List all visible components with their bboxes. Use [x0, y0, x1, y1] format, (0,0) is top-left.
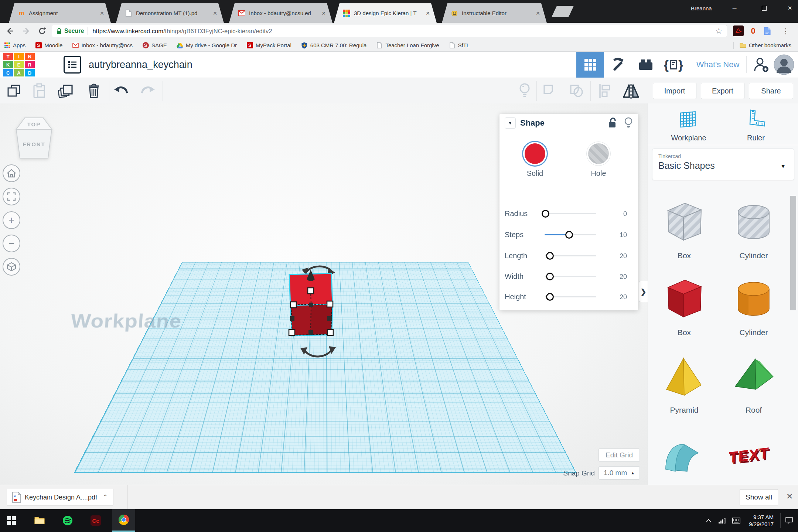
taskbar-clock[interactable]: 9:37 AM 9/29/2017 — [749, 514, 774, 528]
view-cube[interactable]: TOP FRONT — [15, 117, 53, 160]
action-center-icon[interactable] — [785, 517, 793, 524]
bookmark-moodle[interactable]: S Moodle — [35, 42, 62, 49]
workplane-tool[interactable]: Workplane — [663, 109, 715, 142]
view-home-button[interactable] — [3, 164, 20, 182]
show-all-lightbulb-button[interactable] — [514, 78, 535, 104]
paste-button[interactable] — [29, 78, 50, 104]
slider-knob[interactable] — [546, 293, 554, 301]
selected-red-box[interactable] — [273, 255, 366, 366]
shape-roof[interactable]: Roof — [720, 354, 787, 415]
slider-track[interactable] — [545, 296, 596, 297]
shape-box-red[interactable]: Box — [651, 276, 717, 337]
acrobat-extension-icon[interactable] — [733, 25, 744, 36]
rotate-handle-bottom[interactable] — [304, 349, 332, 357]
download-caret-icon[interactable]: ⌃ — [102, 493, 108, 501]
undo-button[interactable] — [111, 78, 132, 104]
bookmark-inbox[interactable]: Inbox - bdautry@ncs — [72, 42, 133, 49]
tab-instructable[interactable]: Instructable Editor ✕ — [442, 3, 547, 23]
chrome-menu-icon[interactable]: ⋮ — [780, 25, 791, 36]
tinkercad-logo[interactable]: T I N K E R C A D — [3, 53, 35, 76]
add-person-icon[interactable] — [750, 52, 773, 78]
bookmark-drive[interactable]: My drive - Google Dr — [177, 42, 237, 49]
whats-new-link[interactable]: What's New — [690, 52, 746, 78]
tab-tinkercad-active[interactable]: 3D design Epic Kieran | T ✕ — [334, 3, 437, 23]
design-properties-button[interactable] — [64, 56, 81, 74]
shape-pyramid[interactable]: Pyramid — [651, 354, 717, 415]
slider-knob[interactable] — [565, 231, 573, 239]
delete-button[interactable] — [83, 78, 104, 104]
bookmark-sftl[interactable]: SfTL — [449, 42, 470, 49]
edit-grid-button[interactable]: Edit Grid — [598, 449, 640, 462]
shape-text[interactable]: TEXT TEXT Text — [720, 432, 787, 492]
reload-button[interactable] — [36, 25, 48, 37]
download-item[interactable]: e Keychain Design A....pdf ⌃ — [7, 489, 113, 506]
shape-cylinder-transparent[interactable]: Cylinder — [720, 200, 787, 260]
copy-button[interactable] — [4, 78, 24, 104]
tab-close-icon[interactable]: ✕ — [98, 10, 106, 17]
office-extension-icon[interactable]: 0 — [748, 25, 758, 36]
shape-cylinder-orange[interactable]: Cylinder — [720, 276, 787, 337]
address-bar[interactable]: Secure https://www.tinkercad.com /things… — [52, 25, 727, 37]
slider-track[interactable] — [545, 276, 596, 277]
tab-inbox[interactable]: Inbox - bdautry@ncsu.ed ✕ — [229, 3, 332, 23]
tab-close-icon[interactable]: ✕ — [320, 10, 327, 17]
shape-round-roof[interactable]: Round Roof — [651, 432, 717, 492]
slider-knob[interactable] — [542, 210, 549, 218]
import-button[interactable]: Import — [653, 83, 696, 99]
tab-close-icon[interactable]: ✕ — [534, 10, 542, 17]
share-button[interactable]: Share — [749, 83, 793, 99]
tab-demonstration[interactable]: Demonstration MT (1).pd ✕ — [116, 3, 224, 23]
bookmark-teacher-loan[interactable]: Teacher Loan Forgive — [376, 42, 439, 49]
network-icon[interactable] — [718, 518, 726, 524]
hole-option[interactable]: Hole — [576, 143, 621, 178]
collapse-panel-button[interactable]: ▼ — [505, 117, 516, 129]
fit-view-button[interactable] — [3, 188, 20, 205]
back-button[interactable] — [4, 25, 16, 37]
codeblocks-icon[interactable]: { } — [662, 52, 685, 78]
panel-collapse-handle[interactable]: ❯ — [639, 281, 648, 302]
snap-grid-select[interactable]: 1.0 mm ▲ — [598, 466, 640, 480]
start-button[interactable] — [0, 509, 23, 532]
ruler-tool[interactable]: Ruler — [730, 109, 782, 142]
slider-track[interactable] — [545, 234, 596, 235]
zoom-out-button[interactable]: − — [3, 235, 20, 252]
align-button[interactable] — [594, 78, 615, 104]
window-restore-button[interactable] — [752, 0, 776, 16]
slider-knob[interactable] — [546, 252, 554, 260]
solid-swatch[interactable] — [525, 143, 545, 164]
sidebar-scrollbar[interactable] — [790, 196, 796, 310]
redo-button[interactable] — [137, 78, 158, 104]
dashboard-grid-button[interactable] — [576, 52, 604, 78]
rotate-handle-top[interactable] — [306, 266, 332, 273]
bookmark-star-icon[interactable]: ☆ — [715, 27, 722, 35]
export-button[interactable]: Export — [701, 83, 744, 99]
file-explorer-icon[interactable] — [28, 509, 51, 532]
tab-close-icon[interactable]: ✕ — [211, 10, 219, 17]
duplicate-button[interactable] — [55, 78, 76, 104]
adobe-creative-cloud-icon[interactable]: Cc — [84, 509, 107, 532]
tab-assignment[interactable]: m Assignment ✕ — [9, 3, 111, 23]
download-bar-close-icon[interactable]: ✕ — [786, 492, 793, 501]
chrome-taskbar-icon[interactable] — [112, 509, 135, 532]
lego-brick-icon[interactable] — [635, 52, 657, 78]
unlock-icon[interactable] — [608, 117, 617, 129]
perspective-toggle-button[interactable] — [3, 258, 20, 276]
bookmark-mypack[interactable]: S MyPack Portal — [246, 42, 291, 49]
bookmark-603cmr[interactable]: 603 CMR 7.00: Regula — [301, 42, 367, 49]
view-cube-front-label[interactable]: FRONT — [23, 141, 45, 147]
ungroup-button[interactable] — [566, 78, 587, 104]
minecraft-pickaxe-icon[interactable] — [607, 52, 629, 78]
hole-swatch[interactable] — [588, 143, 609, 164]
shape-library-select[interactable]: Tinkercad Basic Shapes ▼ — [652, 149, 794, 180]
slider-knob[interactable] — [546, 273, 554, 280]
slider-track[interactable] — [545, 213, 596, 214]
visibility-lightbulb-icon[interactable] — [624, 117, 633, 129]
zoom-in-button[interactable]: + — [3, 211, 20, 229]
docs-extension-icon[interactable] — [762, 25, 773, 36]
forward-button[interactable] — [21, 25, 33, 37]
solid-option[interactable]: Solid — [513, 143, 557, 178]
window-close-button[interactable]: ✕ — [778, 0, 798, 16]
tray-expand-icon[interactable] — [706, 519, 712, 522]
touch-keyboard-icon[interactable] — [732, 518, 740, 524]
other-bookmarks[interactable]: Other bookmarks — [733, 42, 791, 49]
